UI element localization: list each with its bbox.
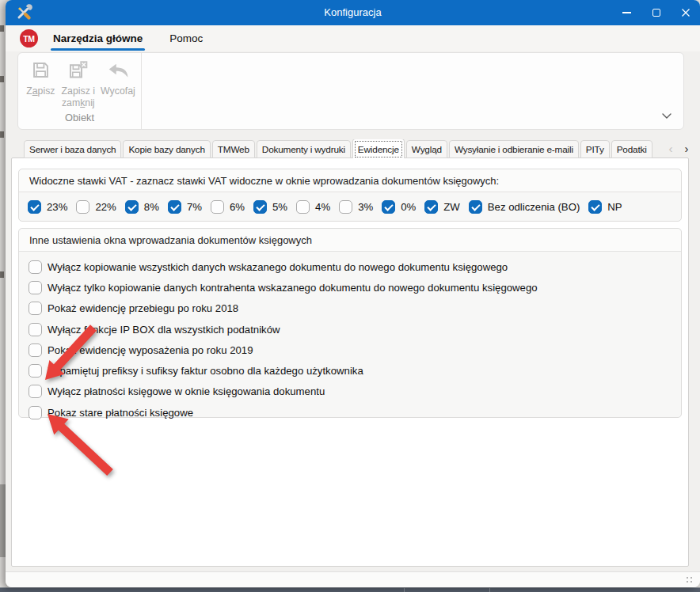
checkbox[interactable] [29,281,42,294]
settings-tab-strip: Serwer i baza danych Kopie bazy danych T… [24,139,652,158]
setting-wylacz-tylko-kopiowanie-kontrahenta[interactable]: Wyłącz tylko kopiowanie danych kontrahen… [29,277,681,298]
checkbox[interactable] [382,200,395,214]
vat-rates-group: Widoczne stawki VAT - zaznacz stawki VAT… [18,169,682,222]
vat-checkbox-row: 23% 22% 8% 7% 6% 5% [19,192,681,222]
tab-wyglad[interactable]: Wygląd [406,140,447,158]
checkbox[interactable] [469,200,482,214]
checkbox[interactable] [29,323,42,336]
tab-tmweb[interactable]: TMWeb [212,140,255,158]
checkbox[interactable] [588,200,602,214]
maximize-icon [652,9,660,17]
tab-scroll-right-icon[interactable]: › [681,142,692,155]
save-and-close-button[interactable]: Zapisz i zamknij [59,59,98,109]
checkbox[interactable] [29,302,42,315]
vat-checkbox-6[interactable]: 6% [211,200,245,214]
resize-grip-icon[interactable] [687,577,693,583]
menu-tab-narzedzia-glowne[interactable]: Narzędzia główne [51,25,145,51]
title-bar: Konfiguracja [6,0,700,25]
setting-pokaz-ewidencje-wyposazenia-2019[interactable]: Pokaż ewidencję wyposażenia po roku 2019 [29,340,681,360]
ribbon: Zapisz Zapisz i zamknij [17,52,684,130]
vat-checkbox-5[interactable]: 5% [253,200,287,214]
save-button[interactable]: Zapisz [23,59,59,109]
setting-pokaz-stare-platnosci[interactable]: Pokaz stare płatności księgowe [29,402,681,423]
status-bar [6,571,700,587]
checkbox[interactable] [125,200,139,214]
tab-scroll-left-icon[interactable]: ‹ [665,142,676,155]
floppy-disk-icon [30,59,51,81]
ewidencje-tab-page: Widoczne stawki VAT - zaznacz stawki VAT… [11,157,689,567]
close-button[interactable] [671,0,700,25]
checkbox[interactable] [29,364,42,378]
checkbox[interactable] [29,343,42,357]
ribbon-collapse-chevron-icon[interactable] [661,112,672,120]
vat-checkbox-4[interactable]: 4% [296,200,330,214]
close-icon [681,8,690,17]
ribbon-group-label: Obiekt [18,112,141,123]
vat-checkbox-bez-odliczenia[interactable]: Bez odliczenia (BO) [469,200,580,214]
undo-arrow-icon [106,59,130,81]
checkbox[interactable] [424,200,438,214]
taskbar-strip [0,587,700,592]
setting-wylacz-kopiowanie-wszystkich[interactable]: Wyłącz kopiowanie wszystkich danych wska… [29,256,681,277]
checkbox[interactable] [28,200,41,214]
setting-wylacz-platnosci-ksiegowe[interactable]: Wyłącz płatności księgowe w oknie księgo… [29,381,681,402]
tab-kopie-bazy-danych[interactable]: Kopie bazy danych [123,140,210,158]
tab-serwer-i-baza-danych[interactable]: Serwer i baza danych [24,140,121,158]
settings-group-header: Inne ustawienia okna wprowadzania dokume… [19,229,681,252]
vat-checkbox-3[interactable]: 3% [339,200,373,214]
checkbox[interactable] [29,260,42,274]
vat-checkbox-23[interactable]: 23% [28,200,67,214]
minimize-button[interactable] [612,0,641,25]
checkbox[interactable] [29,385,42,398]
tab-dokumenty-i-wydruki[interactable]: Dokumenty i wydruki [257,140,351,158]
checkbox[interactable] [29,406,42,419]
checkbox[interactable] [76,200,89,214]
tm-logo[interactable]: TM [20,29,38,47]
tab-pity[interactable]: PITy [580,140,610,158]
checkbox[interactable] [253,200,267,214]
checkbox[interactable] [211,200,224,214]
undo-button[interactable]: Wycofaj [98,59,138,109]
tab-podatki[interactable]: Podatki [611,140,652,158]
checkbox[interactable] [296,200,310,214]
vat-checkbox-7[interactable]: 7% [168,200,202,214]
menu-tab-pomoc[interactable]: Pomoc [167,25,205,51]
setting-wylacz-ip-box[interactable]: Wyłącz funkcje IP BOX dla wszystkich pod… [29,319,681,340]
menu-bar: TM Narzędzia główne Pomoc [6,25,700,51]
other-settings-group: Inne ustawienia okna wprowadzania dokume… [18,228,682,418]
setting-zapamietuj-prefiksy-sufiksy[interactable]: Zapamiętuj prefiksy i sufiksy faktur oso… [29,360,681,381]
minimize-icon [622,12,631,13]
maximize-button[interactable] [641,0,671,25]
background-window-sliver [0,0,6,592]
floppy-disk-close-icon [67,59,89,81]
vat-checkbox-zw[interactable]: ZW [424,200,460,214]
configuration-window: Konfiguracja TM Narzędzia główne Pomoc [6,0,700,587]
vat-checkbox-8[interactable]: 8% [125,200,159,214]
checkbox[interactable] [168,200,181,214]
vat-group-header: Widoczne stawki VAT - zaznacz stawki VAT… [19,169,681,192]
window-title: Konfiguracja [6,0,700,25]
checkbox[interactable] [339,200,352,214]
ribbon-group-obiekt: Zapisz Zapisz i zamknij [18,53,142,129]
tab-wysylanie-i-odbieranie-emaili[interactable]: Wysyłanie i odbieranie e-maili [449,140,579,158]
vat-checkbox-0[interactable]: 0% [382,200,416,214]
vat-checkbox-22[interactable]: 22% [76,200,116,214]
setting-pokaz-ewidencje-przebiegu-2018[interactable]: Pokaż ewidencję przebiegu po roku 2018 [29,298,681,319]
vat-checkbox-np[interactable]: NP [588,200,622,214]
tab-ewidencje[interactable]: Ewidencje [352,139,405,158]
